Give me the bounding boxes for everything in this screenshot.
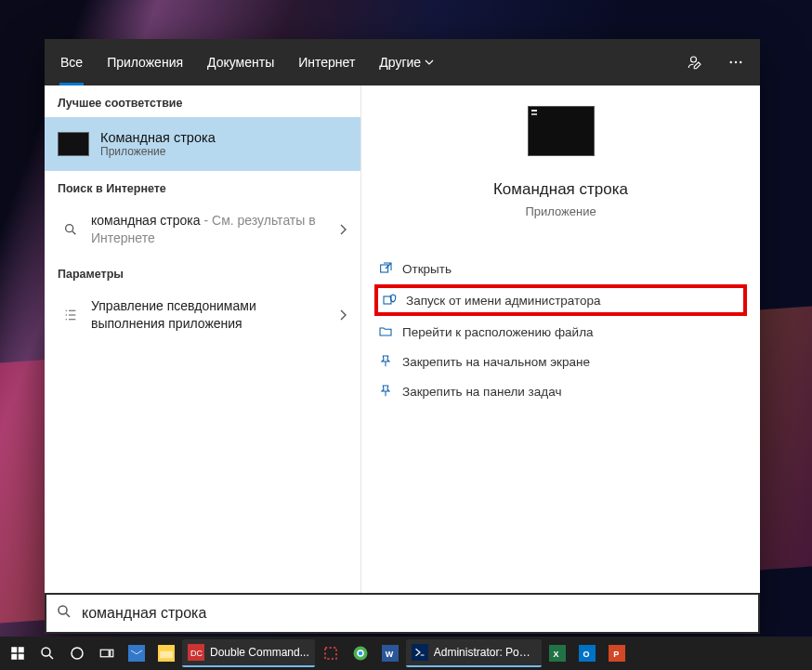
- action-pin-start[interactable]: Закрепить на начальном экране: [361, 347, 760, 376]
- taskbar-app-double-commander[interactable]: DC Double Command...: [182, 639, 315, 667]
- search-icon: [56, 603, 72, 624]
- tab-more-label: Другие: [379, 55, 421, 70]
- alias-settings-icon: [58, 308, 84, 322]
- taskbar-app-powershell[interactable]: Administrator: Pow...: [406, 639, 542, 667]
- svg-rect-15: [111, 650, 113, 657]
- settings-result[interactable]: Управление псевдонимами выполнения прило…: [45, 288, 360, 342]
- preview-pane: Командная строка Приложение Открыть Запу…: [360, 85, 760, 593]
- cortana-button[interactable]: [63, 639, 91, 667]
- taskbar-label-dc: Double Command...: [210, 646, 309, 659]
- svg-point-7: [59, 606, 67, 614]
- svg-point-13: [72, 648, 83, 659]
- pin-taskbar-icon: [378, 384, 402, 399]
- preview-thumb-icon: [528, 106, 595, 156]
- best-match-subtitle: Приложение: [100, 145, 216, 158]
- taskbar-app-powerpoint[interactable]: P: [603, 639, 631, 667]
- tab-documents[interactable]: Документы: [195, 39, 286, 85]
- svg-point-4: [66, 225, 73, 232]
- svg-point-24: [358, 651, 362, 656]
- pin-start-icon: [378, 354, 402, 369]
- folder-icon: [378, 324, 402, 339]
- start-button[interactable]: [4, 639, 32, 667]
- tab-apps[interactable]: Приложения: [95, 39, 195, 85]
- svg-point-12: [42, 648, 50, 656]
- svg-text:DC: DC: [190, 649, 203, 658]
- start-search-panel: Все Приложения Документы Интернет Другие…: [45, 39, 760, 634]
- svg-rect-5: [381, 265, 388, 272]
- action-run-admin-label: Запуск от имени администратора: [406, 294, 601, 308]
- settings-result-text: Управление псевдонимами выполнения прило…: [91, 297, 347, 333]
- taskbar: DC Double Command... W Administrator: Po…: [0, 637, 812, 670]
- preview-subtitle: Приложение: [361, 204, 760, 218]
- open-icon: [378, 261, 402, 276]
- chevron-right-icon: [338, 309, 347, 321]
- web-search-header: Поиск в Интернете: [45, 171, 360, 203]
- svg-point-0: [691, 57, 697, 62]
- svg-rect-6: [384, 296, 391, 304]
- svg-text:P: P: [613, 650, 619, 659]
- action-open-location[interactable]: Перейти к расположению файла: [361, 317, 760, 347]
- taskbar-app-mail[interactable]: [123, 639, 151, 667]
- taskbar-app-word[interactable]: W: [376, 639, 404, 667]
- search-icon: [58, 222, 84, 237]
- taskbar-app-explorer[interactable]: [152, 639, 180, 667]
- chevron-right-icon: [338, 224, 347, 235]
- tab-more[interactable]: Другие: [367, 39, 446, 85]
- action-run-admin-highlight: Запуск от имени администратора: [374, 284, 747, 316]
- best-match-result[interactable]: Командная строка Приложение: [45, 117, 360, 171]
- taskbar-app-outlook[interactable]: O: [573, 639, 601, 667]
- svg-point-2: [735, 61, 737, 63]
- svg-text:W: W: [385, 650, 393, 659]
- taskbar-label-ps: Administrator: Pow...: [434, 646, 536, 659]
- feedback-icon[interactable]: [674, 39, 715, 85]
- chevron-down-icon: [425, 58, 434, 67]
- best-match-header: Лучшее соответствие: [45, 85, 360, 117]
- best-match-title: Командная строка: [100, 130, 216, 145]
- preview-actions: Открыть Запуск от имени администратора П…: [361, 254, 760, 406]
- action-pin-taskbar[interactable]: Закрепить на панели задач: [361, 376, 760, 406]
- shield-run-icon: [382, 293, 406, 308]
- cmd-thumb-icon: [58, 132, 89, 156]
- svg-point-1: [730, 61, 732, 63]
- action-open[interactable]: Открыть: [361, 254, 760, 283]
- svg-rect-21: [325, 648, 336, 659]
- tab-all[interactable]: Все: [48, 39, 95, 85]
- action-open-label: Открыть: [402, 262, 452, 276]
- taskbar-app-excel[interactable]: X: [544, 639, 571, 667]
- results-left-pane: Лучшее соответствие Командная строка При…: [45, 85, 360, 593]
- search-input[interactable]: [82, 605, 749, 622]
- taskbar-search-button[interactable]: [33, 639, 61, 667]
- action-pin-start-label: Закрепить на начальном экране: [402, 355, 590, 369]
- action-pin-taskbar-label: Закрепить на панели задач: [402, 385, 561, 399]
- preview-title: Командная строка: [361, 180, 760, 199]
- web-result-text: командная строка - См. результаты в Инте…: [91, 212, 347, 247]
- svg-point-3: [740, 61, 741, 63]
- taskbar-app-snip[interactable]: [317, 639, 345, 667]
- svg-rect-10: [11, 654, 17, 660]
- web-search-result[interactable]: командная строка - См. результаты в Инте…: [45, 203, 360, 256]
- svg-rect-11: [19, 654, 24, 660]
- svg-rect-14: [100, 650, 109, 657]
- svg-rect-9: [19, 647, 24, 652]
- search-input-row[interactable]: [45, 593, 760, 634]
- settings-header: Параметры: [45, 256, 360, 288]
- tab-internet[interactable]: Интернет: [286, 39, 367, 85]
- svg-rect-8: [11, 647, 17, 652]
- svg-rect-18: [160, 651, 173, 659]
- svg-text:O: O: [583, 650, 589, 659]
- action-open-location-label: Перейти к расположению файла: [402, 325, 594, 339]
- action-run-admin[interactable]: Запуск от имени администратора: [382, 288, 743, 312]
- task-view-button[interactable]: [93, 639, 121, 667]
- taskbar-app-chrome[interactable]: [347, 639, 374, 667]
- svg-text:X: X: [553, 650, 558, 659]
- more-options-icon[interactable]: [715, 39, 756, 85]
- search-tabs: Все Приложения Документы Интернет Другие: [45, 39, 760, 85]
- svg-rect-16: [128, 645, 145, 662]
